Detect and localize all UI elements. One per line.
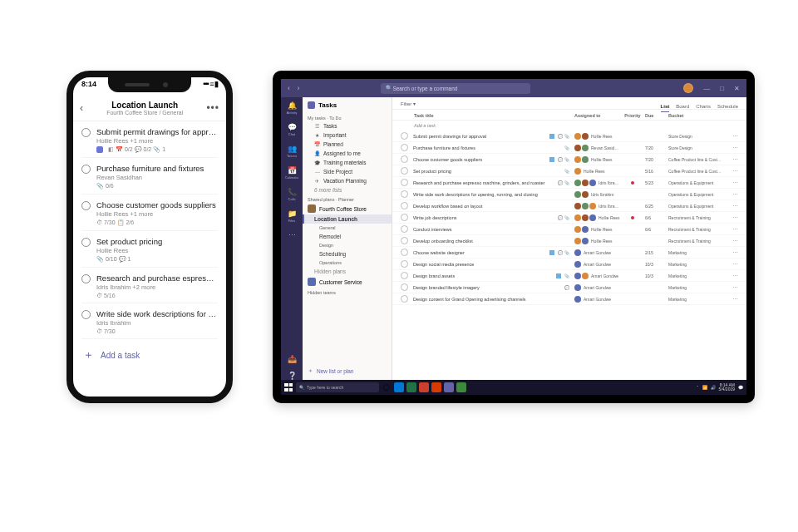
row-more-icon[interactable]: ⋯	[727, 249, 738, 256]
row-more-icon[interactable]: ⋯	[727, 156, 738, 163]
task-checkbox[interactable]	[401, 260, 408, 268]
taskbar-app-icon[interactable]	[394, 382, 404, 392]
team-row[interactable]: Fourth Coffee Store	[303, 203, 392, 214]
team-row-cs[interactable]: Customer Service	[303, 276, 392, 288]
task-checkbox[interactable]	[401, 283, 408, 291]
sidebar-item[interactable]: ⋯Side Project	[303, 167, 392, 176]
more-icon[interactable]: •••	[206, 102, 219, 114]
row-more-icon[interactable]: ⋯	[727, 133, 738, 140]
user-avatar[interactable]	[683, 83, 693, 93]
task-checkbox[interactable]	[401, 167, 408, 175]
cortana-icon[interactable]: ◯	[382, 382, 392, 392]
notifications-icon[interactable]: 💬	[738, 385, 743, 390]
task-checkbox[interactable]	[401, 295, 408, 303]
col-title[interactable]: Task title	[414, 113, 574, 118]
add-task-button[interactable]: ＋ Add a task	[73, 339, 226, 371]
task-row[interactable]: Research and purchase espresso machine, …	[392, 177, 746, 189]
taskbar-search[interactable]: 🔍 Type here to search	[296, 382, 379, 392]
col-priority[interactable]: Priority	[620, 113, 645, 118]
task-row[interactable]: Design social media presence Amari Gondw…	[392, 259, 746, 270]
task-checkbox[interactable]	[401, 179, 408, 186]
nav-back-forward[interactable]: ‹ ›	[288, 84, 303, 92]
row-more-icon[interactable]: ⋯	[727, 191, 738, 198]
col-due[interactable]: Due	[645, 113, 668, 118]
task-checkbox[interactable]	[401, 225, 408, 233]
task-checkbox[interactable]	[401, 132, 408, 140]
task-radio[interactable]	[81, 165, 91, 174]
rail-item[interactable]: 📥	[284, 354, 299, 363]
col-bucket[interactable]: Bucket	[668, 113, 727, 118]
task-checkbox[interactable]	[401, 214, 408, 221]
task-row[interactable]: Purchase furniture and fixtures Revan Sa…	[392, 142, 746, 154]
rail-item[interactable]: 🔔Activity	[284, 101, 299, 115]
rail-item[interactable]: ❔	[284, 371, 299, 380]
task-checkbox[interactable]	[401, 190, 408, 198]
task-row[interactable]: Design brand assets Amari Gondwe 10/3 Ma…	[392, 270, 746, 282]
row-more-icon[interactable]: ⋯	[727, 273, 738, 279]
task-checkbox[interactable]	[401, 272, 408, 279]
col-assigned[interactable]: Assigned to	[574, 113, 620, 118]
rail-item[interactable]: ⋯	[284, 230, 299, 239]
tray-up-icon[interactable]: ˄	[697, 385, 699, 390]
task-radio[interactable]	[81, 274, 91, 283]
phone-task-item[interactable]: Submit permit drawings for approval Holl…	[81, 121, 218, 158]
row-more-icon[interactable]: ⋯	[727, 296, 738, 303]
phone-task-item[interactable]: Research and purchase espresso… Idris Ib…	[81, 268, 218, 303]
phone-task-item[interactable]: Purchase furniture and fixtures Revan Sa…	[81, 158, 218, 195]
row-more-icon[interactable]: ⋯	[727, 261, 738, 268]
task-radio[interactable]	[81, 128, 91, 137]
volume-icon[interactable]: 🔊	[711, 385, 716, 390]
task-radio[interactable]	[81, 201, 91, 210]
row-more-icon[interactable]: ⋯	[727, 238, 738, 244]
sidebar-item[interactable]: 📅Planned	[303, 140, 392, 149]
sidebar-item[interactable]: 👤Assigned to me	[303, 149, 392, 158]
row-more-icon[interactable]: ⋯	[727, 226, 738, 233]
task-row[interactable]: Design branded lifestyle imagery Amari G…	[392, 282, 746, 293]
row-more-icon[interactable]: ⋯	[727, 180, 738, 186]
rail-item[interactable]: 📞Calls	[284, 187, 299, 201]
task-row[interactable]: Develop workflow based on layout Idris I…	[392, 200, 746, 212]
window-maximize-icon[interactable]: □	[720, 85, 724, 92]
sidebar-item[interactable]: 🎓Training materials	[303, 158, 392, 167]
window-close-icon[interactable]: ✕	[734, 85, 740, 92]
taskbar-app-icon[interactable]	[456, 382, 466, 392]
phone-task-list[interactable]: Submit permit drawings for approval Holl…	[73, 121, 226, 339]
task-row[interactable]: Choose customer goods suppliers Hollie R…	[392, 154, 746, 165]
add-task-row[interactable]: Add a task	[392, 121, 746, 131]
window-minimize-icon[interactable]: —	[703, 85, 710, 92]
task-row[interactable]: Choose website designer Amari Gondwe 2/1…	[392, 247, 746, 259]
rail-item[interactable]: 📁Files	[284, 209, 299, 223]
taskbar-app-icon[interactable]	[419, 382, 429, 392]
task-checkbox[interactable]	[401, 237, 408, 244]
task-row[interactable]: Conduct interviews Hollie Rees 6/6 Recru…	[392, 224, 746, 235]
sidebar-channel[interactable]: Remodel	[303, 232, 392, 241]
phone-task-item[interactable]: Choose customer goods suppliers Hollie R…	[81, 195, 218, 231]
taskbar-app-icon[interactable]	[431, 382, 441, 392]
task-row[interactable]: Submit permit drawings for approval Holl…	[392, 131, 746, 142]
taskbar-app-icon[interactable]	[406, 382, 416, 392]
task-checkbox[interactable]	[401, 144, 408, 151]
task-checkbox[interactable]	[401, 155, 408, 163]
hidden-plans[interactable]: Hidden plans	[303, 267, 392, 276]
filter-dropdown[interactable]: Filter ▾	[401, 101, 416, 109]
new-list-button[interactable]: ＋ New list or plan	[303, 362, 392, 380]
row-more-icon[interactable]: ⋯	[727, 284, 738, 291]
more-lists[interactable]: 6 more lists	[303, 185, 392, 195]
task-row[interactable]: Write side work descriptions for opening…	[392, 189, 746, 200]
task-radio[interactable]	[81, 238, 91, 247]
rail-item[interactable]: 💬Chat	[284, 122, 299, 136]
row-more-icon[interactable]: ⋯	[727, 145, 738, 151]
taskbar-app-icon[interactable]	[444, 382, 454, 392]
row-more-icon[interactable]: ⋯	[727, 214, 738, 221]
phone-task-item[interactable]: Set product pricing Hollie Rees 📎 0/10 💬…	[81, 231, 218, 268]
task-row[interactable]: Develop onboarding checklist Hollie Rees…	[392, 235, 746, 247]
sidebar-item[interactable]: ☰Tasks	[303, 121, 392, 131]
wifi-icon[interactable]: 📶	[702, 385, 707, 390]
sidebar-item[interactable]: ✈Vacation Planning	[303, 176, 392, 185]
row-more-icon[interactable]: ⋯	[727, 168, 738, 175]
sidebar-item[interactable]: ★Important	[303, 131, 392, 140]
task-row[interactable]: Design content for Grand Opening adverti…	[392, 293, 746, 305]
task-row[interactable]: Set product pricing Hollie Rees 5/16 Cof…	[392, 165, 746, 177]
task-radio[interactable]	[81, 310, 91, 319]
rail-item[interactable]: 👥Teams	[284, 144, 299, 158]
